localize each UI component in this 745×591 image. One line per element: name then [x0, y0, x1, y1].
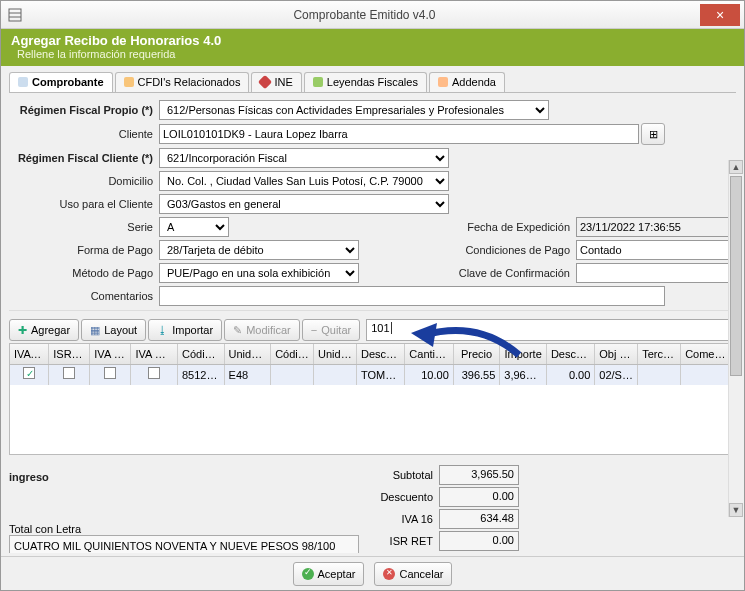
svg-rect-0 [9, 9, 21, 21]
grid-body[interactable] [9, 385, 736, 455]
cliente-lookup-button[interactable]: ⊞ [641, 123, 665, 145]
ivaexen-checkbox[interactable] [148, 367, 160, 379]
label-cond-pago: Condiciones de Pago [446, 244, 576, 256]
cell-cantidad: 10.00 [405, 365, 453, 385]
cancelar-button[interactable]: Cancelar [374, 562, 452, 586]
fecha-exp [576, 217, 736, 237]
total-letra-value: CUATRO MIL QUINIENTOS NOVENTA Y NUEVE PE… [9, 535, 359, 553]
domicilio-select[interactable]: No. Col. , Ciudad Valles San Luis Potosí… [159, 171, 449, 191]
aceptar-button[interactable]: Aceptar [293, 562, 365, 586]
wizard-subtitle: Rellene la información requerida [17, 48, 734, 60]
cell-tercero [638, 365, 681, 385]
layout-button[interactable]: ▦Layout [81, 319, 146, 341]
uso-cliente-select[interactable]: G03/Gastos en general [159, 194, 449, 214]
scroll-thumb[interactable] [730, 176, 742, 376]
iva16-label: IVA 16 [359, 513, 439, 525]
cancel-icon [383, 568, 395, 580]
dialog-footer: Aceptar Cancelar [1, 556, 744, 590]
import-icon: ⭳ [157, 324, 168, 336]
edit-icon: ✎ [233, 324, 242, 337]
grid-header: IVA 16 ISR RET IVA RET IVA Exen... Códig… [9, 343, 736, 365]
cliente-input[interactable] [159, 124, 639, 144]
label-regimen-cliente: Régimen Fiscal Cliente (*) [9, 152, 159, 164]
wizard-title: Agregar Recibo de Honorarios 4.0 [11, 33, 734, 48]
cell-importe: 3,965.50 [500, 365, 547, 385]
comentarios-input[interactable] [159, 286, 665, 306]
ingreso-label: ingreso [9, 471, 359, 483]
iva16-checkbox[interactable] [23, 367, 35, 379]
label-fecha-exp: Fecha de Expedición [446, 221, 576, 233]
app-icon [7, 7, 23, 23]
tab-addenda[interactable]: Addenda [429, 72, 505, 92]
close-button[interactable]: × [700, 4, 740, 26]
isrret-label: ISR RET [359, 535, 439, 547]
quitar-button[interactable]: −Quitar [302, 319, 360, 341]
regimen-propio-select[interactable]: 612/Personas Físicas con Actividades Emp… [159, 100, 549, 120]
cell-codigosat: 85121610 [178, 365, 225, 385]
cell-objimp: 02/Sí ob... [595, 365, 638, 385]
total-letra-label: Total con Letra [9, 523, 359, 535]
scroll-down-icon[interactable]: ▼ [729, 503, 743, 517]
table-row[interactable]: 85121610 E48 TOMOG... 10.00 396.55 3,965… [9, 365, 736, 385]
tab-comprobante[interactable]: Comprobante [9, 72, 113, 92]
window-title: Comprobante Emitido v4.0 [29, 8, 700, 22]
cell-coment [681, 365, 735, 385]
agregar-button[interactable]: ✚Agregar [9, 319, 79, 341]
tab-ine[interactable]: INE [251, 72, 301, 92]
descuento-value: 0.00 [439, 487, 519, 507]
tab-bar: Comprobante CFDI's Relacionados INE Leye… [9, 72, 736, 93]
subtotal-value: 3,965.50 [439, 465, 519, 485]
label-forma-pago: Forma de Pago [9, 244, 159, 256]
tab-cfdis[interactable]: CFDI's Relacionados [115, 72, 250, 92]
plus-icon: ✚ [18, 324, 27, 337]
subtotal-label: Subtotal [359, 469, 439, 481]
cond-pago-input[interactable] [576, 240, 736, 260]
cell-unidad [314, 365, 357, 385]
label-serie: Serie [9, 221, 159, 233]
cell-unidadsat: E48 [225, 365, 272, 385]
isrret-checkbox[interactable] [63, 367, 75, 379]
cell-precio: 396.55 [454, 365, 501, 385]
minus-icon: − [311, 324, 317, 336]
ivaret-checkbox[interactable] [104, 367, 116, 379]
iva16-value: 634.48 [439, 509, 519, 529]
label-metodo-pago: Método de Pago [9, 267, 159, 279]
clave-conf-input[interactable] [576, 263, 736, 283]
descuento-label: Descuento [359, 491, 439, 503]
grid-toolbar: ✚Agregar ▦Layout ⭳Importar ✎Modificar −Q… [9, 319, 736, 341]
label-cliente: Cliente [9, 128, 159, 140]
isrret-value: 0.00 [439, 531, 519, 551]
vertical-scrollbar[interactable]: ▲ ▼ [728, 160, 743, 517]
scroll-up-icon[interactable]: ▲ [729, 160, 743, 174]
label-regimen-propio: Régimen Fiscal Propio (*) [9, 104, 159, 116]
forma-pago-select[interactable]: 28/Tarjeta de débito [159, 240, 359, 260]
regimen-cliente-select[interactable]: 621/Incorporación Fiscal [159, 148, 449, 168]
label-clave-conf: Clave de Confirmación [446, 267, 576, 279]
serie-select[interactable]: A [159, 217, 229, 237]
metodo-pago-select[interactable]: PUE/Pago en una sola exhibición [159, 263, 359, 283]
check-icon [302, 568, 314, 580]
label-comentarios: Comentarios [9, 290, 159, 302]
tab-leyendas[interactable]: Leyendas Fiscales [304, 72, 427, 92]
modificar-button[interactable]: ✎Modificar [224, 319, 300, 341]
label-domicilio: Domicilio [9, 175, 159, 187]
wizard-header: Agregar Recibo de Honorarios 4.0 Rellene… [1, 29, 744, 66]
cell-codigo [271, 365, 314, 385]
titlebar: Comprobante Emitido v4.0 × [1, 1, 744, 29]
cell-descripcion: TOMOG... [357, 365, 405, 385]
layout-icon: ▦ [90, 324, 100, 337]
label-uso-cliente: Uso para el Cliente [9, 198, 159, 210]
importar-button[interactable]: ⭳Importar [148, 319, 222, 341]
search-box[interactable]: 101 [366, 319, 736, 341]
cell-descuento: 0.00 [547, 365, 595, 385]
